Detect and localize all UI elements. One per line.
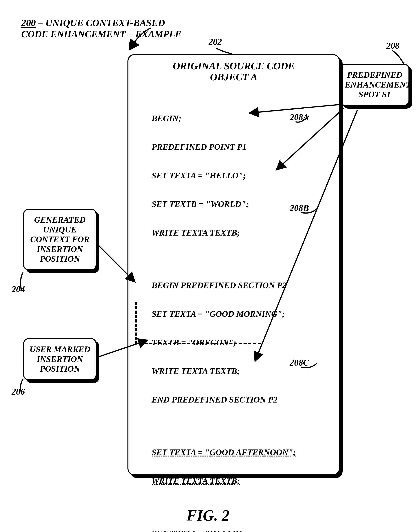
title-line1-rest: – UNIQUE CONTEXT-BASED [36,17,165,28]
title-line2: CODE ENHANCEMENT – EXAMPLE [21,29,181,39]
main-title-l2: OBJECT A [210,71,257,83]
dashed-context-region [135,302,261,344]
ref-208b: 208B [290,203,309,213]
figure-caption: FIG. 2 [187,507,229,524]
box-predefined-spot-text: PREDEFINED ENHANCEMENT SPOT S1 [345,70,405,99]
code-line: BEGIN; [151,113,296,124]
code-line: PREDEFINED POINT P1 [151,141,296,153]
code-line: SET TEXTA = "HELLO"; [151,528,296,532]
code-line: SET TEXTA = "GOOD AFTERNOON"; [151,447,296,458]
code-line: SET TEXTA = "HELLO"; [151,170,296,182]
box-user-marked-text: USER MARKED INSERTION POSITION [28,345,92,374]
ref-208c: 208C [290,358,309,368]
main-box-title: ORIGINAL SOURCE CODE OBJECT A [128,60,339,83]
box-generated-context: GENERATED UNIQUE CONTEXT FOR INSERTION P… [23,209,96,270]
ref-206: 206 [12,387,25,397]
box-predefined-spot: PREDEFINED ENHANCEMENT SPOT S1 [340,64,409,106]
ref-204: 204 [12,284,25,294]
diagram-title: 200 – UNIQUE CONTEXT-BASED CODE ENHANCEM… [21,17,181,40]
code-line: WRITE TEXTA TEXTB; [151,365,296,377]
main-title-l1: ORIGINAL SOURCE CODE [173,60,295,71]
title-ref-num: 200 [21,17,36,28]
code-line: WRITE TEXTA TEXTB; [151,227,296,239]
ref-202: 202 [208,37,222,47]
ref-208: 208 [386,41,400,51]
code-line: BEGIN PREDEFINED SECTION P2 [151,280,296,291]
title-leader-arrow [129,27,152,50]
ref-208a: 208A [290,112,309,122]
box-user-marked: USER MARKED INSERTION POSITION [23,338,96,380]
code-line: WRITE TEXTA TEXTB; [151,475,296,487]
code-line: END PREDEFINED SECTION P2 [151,394,296,406]
code-line: SET TEXTB = "WORLD"; [151,198,296,210]
box-generated-context-text: GENERATED UNIQUE CONTEXT FOR INSERTION P… [28,215,92,264]
